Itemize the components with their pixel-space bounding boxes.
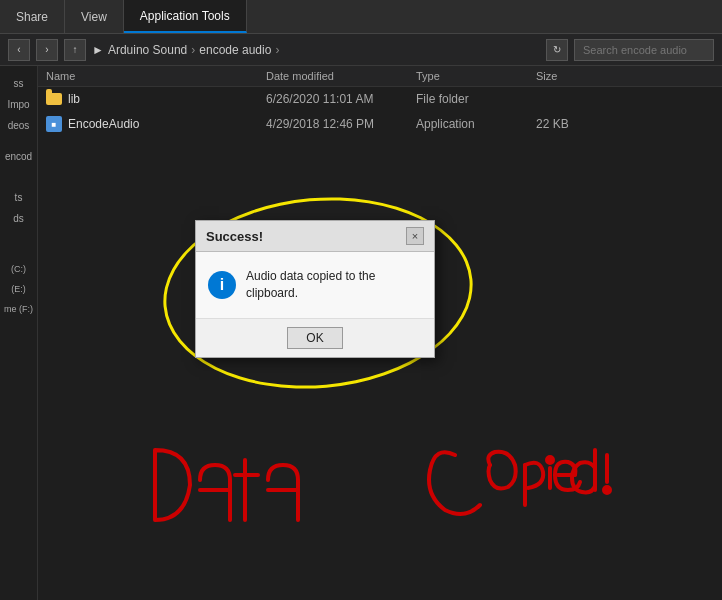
sidebar-item-impo[interactable]: Impo [0,95,37,114]
forward-button[interactable]: › [36,39,58,61]
column-headers: Name Date modified Type Size [38,66,722,87]
back-button[interactable]: ‹ [8,39,30,61]
dialog-body: i Audio data copied to the clipboard. [196,252,434,318]
tab-share[interactable]: Share [0,0,65,33]
dialog-title-bar: Success! × [196,221,434,252]
col-header-name[interactable]: Name [46,70,266,82]
app-icon: ■ [46,116,62,132]
dialog-message: Audio data copied to the clipboard. [246,268,422,302]
refresh-button[interactable]: ↻ [546,39,568,61]
sidebar-item-ds[interactable]: ds [0,209,37,228]
table-row[interactable]: lib 6/26/2020 11:01 AM File folder [38,87,722,111]
sidebar-item-ts[interactable]: ts [0,188,37,207]
sidebar-item-deos[interactable]: deos [0,116,37,135]
sidebar-item-f[interactable]: me (F:) [0,300,37,318]
ok-button[interactable]: OK [287,327,342,349]
col-header-type[interactable]: Type [416,70,536,82]
up-button[interactable]: ↑ [64,39,86,61]
dialog-close-button[interactable]: × [406,227,424,245]
table-row[interactable]: ■ EncodeAudio 4/29/2018 12:46 PM Applica… [38,111,722,137]
search-input[interactable] [574,39,714,61]
col-header-size[interactable]: Size [536,70,616,82]
breadcrumb: ► Arduino Sound › encode audio › [92,43,540,57]
address-bar: ‹ › ↑ ► Arduino Sound › encode audio › ↻ [0,34,722,66]
sidebar-item-c[interactable]: (C:) [0,260,37,278]
info-icon: i [208,271,236,299]
dialog-title: Success! [206,229,263,244]
success-dialog: Success! × i Audio data copied to the cl… [195,220,435,358]
title-tabs: Share View Application Tools [0,0,247,33]
sidebar: ss Impo deos encod ts ds (C:) (E:) me (F… [0,66,38,600]
folder-icon [46,93,62,105]
sidebar-item-ss[interactable]: ss [0,74,37,93]
tab-application-tools[interactable]: Application Tools [124,0,247,33]
title-bar: Share View Application Tools [0,0,722,34]
col-header-date[interactable]: Date modified [266,70,416,82]
tab-view[interactable]: View [65,0,124,33]
sidebar-item-encod[interactable]: encod [0,147,37,166]
dialog-footer: OK [196,318,434,357]
sidebar-item-e[interactable]: (E:) [0,280,37,298]
